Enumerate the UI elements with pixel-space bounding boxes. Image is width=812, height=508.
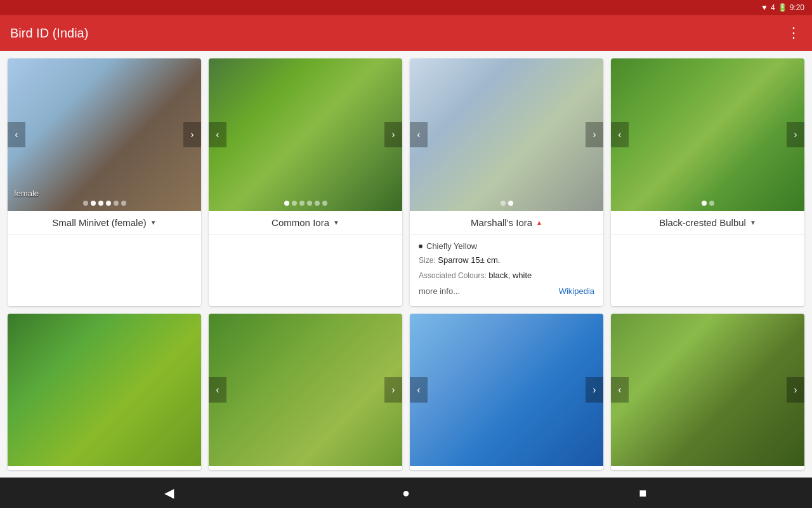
card-title-row-common-iora[interactable]: Common Iora ▼ xyxy=(209,211,402,235)
title-arrow-black-crested: ▼ xyxy=(750,219,756,226)
info-links: more info... Wikipedia xyxy=(419,286,594,296)
colours-value: black, white xyxy=(488,271,532,280)
card-info-marshalls-iora: Chiefly Yellow Size: Sparrow 15± cm. Ass… xyxy=(410,235,603,302)
prev-btn-small-minivet[interactable]: ‹ xyxy=(8,122,25,147)
bird-grid: ‹ › female Small Minivet (female) ▼ ‹ › xyxy=(0,51,812,478)
next-btn-marshalls-iora[interactable]: › xyxy=(586,122,603,147)
dot-ci-1 xyxy=(284,201,289,206)
size-line: Size: Sparrow 15± cm. xyxy=(419,255,594,266)
card-title-black-crested: Black-crested Bulbul xyxy=(659,217,746,228)
wifi-icon: ▼ xyxy=(761,3,768,12)
battery-icon: 🔋 xyxy=(778,3,787,12)
dot-bcb-1 xyxy=(702,201,707,206)
card-row2-1 xyxy=(8,314,201,470)
colours-label: Associated Colours: xyxy=(419,271,487,280)
app-bar: Bird ID (India) ⋮ xyxy=(0,15,812,51)
card-image-small-minivet: ‹ › female xyxy=(8,58,201,211)
card-row2-4: ‹ › xyxy=(611,314,804,470)
app-title: Bird ID (India) xyxy=(10,26,88,41)
dot-ci-4 xyxy=(307,201,312,206)
recents-button[interactable]: ■ xyxy=(630,480,655,505)
next-btn-black-crested[interactable]: › xyxy=(787,122,804,147)
next-btn-small-minivet[interactable]: › xyxy=(183,122,201,147)
prev-btn-marshalls-iora[interactable]: ‹ xyxy=(410,122,428,147)
next-btn-row2-2[interactable]: › xyxy=(384,377,402,403)
prev-btn-black-crested[interactable]: ‹ xyxy=(611,122,629,147)
dots-small-minivet xyxy=(83,201,126,206)
card-title-marshalls-iora: Marshall's Iora xyxy=(471,217,532,228)
overlay-label-small-minivet: female xyxy=(14,189,39,198)
prev-btn-row2-4[interactable]: ‹ xyxy=(611,377,629,403)
card-title-row-black-crested[interactable]: Black-crested Bulbul ▼ xyxy=(611,211,804,235)
card-image-common-iora: ‹ › xyxy=(209,58,402,211)
card-title-small-minivet: Small Minivet (female) xyxy=(52,217,146,228)
prev-btn-common-iora[interactable]: ‹ xyxy=(209,122,226,147)
card-marshalls-iora: ‹ › Marshall's Iora ▲ Chiefly Yellow Siz… xyxy=(410,58,603,306)
card-row2-3: ‹ › xyxy=(410,314,603,470)
dot-5 xyxy=(114,201,119,206)
dot-6 xyxy=(121,201,126,206)
dot-mi-1 xyxy=(501,201,506,206)
next-btn-row2-4[interactable]: › xyxy=(787,377,804,403)
card-black-crested-bulbul: ‹ › Black-crested Bulbul ▼ xyxy=(611,58,804,306)
dot-mi-2 xyxy=(508,201,513,206)
dot-ci-3 xyxy=(299,201,304,206)
card-common-iora: ‹ › Common Iora ▼ xyxy=(209,58,402,306)
menu-button[interactable]: ⋮ xyxy=(787,25,802,41)
card-image-row2-2: ‹ › xyxy=(209,314,402,466)
signal-icon: 4 xyxy=(771,3,775,12)
card-image-black-crested-bulbul: ‹ › xyxy=(611,58,804,211)
title-arrow-small-minivet: ▼ xyxy=(150,219,157,226)
card-image-row2-1 xyxy=(8,314,201,466)
time: 9:20 xyxy=(790,3,804,12)
dot-ci-5 xyxy=(315,201,320,206)
more-info-link[interactable]: more info... xyxy=(419,286,460,296)
dot-1 xyxy=(83,201,88,206)
next-btn-row2-3[interactable]: › xyxy=(586,377,603,403)
prev-btn-row2-2[interactable]: ‹ xyxy=(209,377,226,403)
title-arrow-common-iora: ▼ xyxy=(333,219,339,226)
card-title-row-small-minivet[interactable]: Small Minivet (female) ▼ xyxy=(8,211,201,235)
card-image-row2-4: ‹ › xyxy=(611,314,804,466)
prev-btn-row2-3[interactable]: ‹ xyxy=(410,377,428,403)
dot-2 xyxy=(91,201,96,206)
title-arrow-marshalls-iora: ▲ xyxy=(536,219,542,226)
card-small-minivet: ‹ › female Small Minivet (female) ▼ xyxy=(8,58,201,306)
bottom-nav: ◀ ● ■ xyxy=(0,478,812,508)
dot-4 xyxy=(106,201,111,206)
status-icons: ▼ 4 🔋 9:20 xyxy=(761,3,804,12)
chiefly-yellow-text: Chiefly Yellow xyxy=(426,241,477,251)
card-title-row-marshalls-iora[interactable]: Marshall's Iora ▲ xyxy=(410,211,603,235)
size-label: Size: xyxy=(419,256,436,265)
wikipedia-link[interactable]: Wikipedia xyxy=(559,286,594,296)
dots-common-iora xyxy=(284,201,327,206)
dot-3 xyxy=(98,201,103,206)
size-value: Sparrow 15± cm. xyxy=(438,255,500,265)
home-button[interactable]: ● xyxy=(393,480,419,505)
card-image-marshalls-iora: ‹ › xyxy=(410,58,603,211)
dot-ci-2 xyxy=(292,201,297,206)
card-row2-2: ‹ › xyxy=(209,314,402,470)
status-bar: ▼ 4 🔋 9:20 xyxy=(0,0,812,15)
back-button[interactable]: ◀ xyxy=(157,480,182,505)
dot-bcb-2 xyxy=(709,201,714,206)
chiefly-yellow-item: Chiefly Yellow xyxy=(419,241,594,251)
colours-line: Associated Colours: black, white xyxy=(419,270,594,281)
card-title-common-iora: Common Iora xyxy=(272,217,329,228)
card-image-row2-3: ‹ › xyxy=(410,314,603,466)
bullet-icon xyxy=(419,244,422,248)
dots-marshalls-iora xyxy=(501,201,513,206)
next-btn-common-iora[interactable]: › xyxy=(384,122,402,147)
dots-black-crested xyxy=(702,201,714,206)
dot-ci-6 xyxy=(322,201,327,206)
